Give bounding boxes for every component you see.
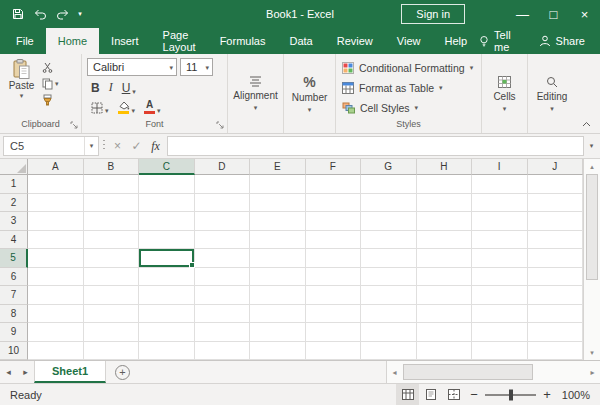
cell-H6[interactable] bbox=[417, 268, 473, 287]
cell-E1[interactable] bbox=[250, 175, 306, 194]
cell-H2[interactable] bbox=[417, 194, 473, 213]
row-header-7[interactable]: 7 bbox=[0, 286, 28, 305]
cell-H3[interactable] bbox=[417, 212, 473, 231]
row-header-2[interactable]: 2 bbox=[0, 194, 28, 213]
format-painter-button[interactable] bbox=[42, 93, 59, 106]
tab-data[interactable]: Data bbox=[277, 28, 324, 54]
italic-button[interactable]: I bbox=[109, 80, 113, 95]
cell-E7[interactable] bbox=[250, 286, 306, 305]
cell-J3[interactable] bbox=[528, 212, 584, 231]
horizontal-scrollbar[interactable]: ◂ ▸ bbox=[386, 361, 600, 383]
cell-B5[interactable] bbox=[84, 249, 140, 268]
zoom-slider-thumb[interactable] bbox=[509, 389, 513, 400]
cell-A4[interactable] bbox=[28, 231, 84, 250]
cell-H10[interactable] bbox=[417, 342, 473, 361]
cell-E5[interactable] bbox=[250, 249, 306, 268]
cell-D9[interactable] bbox=[195, 323, 251, 342]
cell-E4[interactable] bbox=[250, 231, 306, 250]
cell-I5[interactable] bbox=[472, 249, 528, 268]
cell-I9[interactable] bbox=[472, 323, 528, 342]
row-header-1[interactable]: 1 bbox=[0, 175, 28, 194]
cell-B9[interactable] bbox=[84, 323, 140, 342]
vertical-scroll-track[interactable] bbox=[584, 174, 600, 345]
font-size-select[interactable]: 11 ▾ bbox=[180, 58, 213, 76]
font-color-button[interactable]: A ▾ bbox=[144, 100, 161, 114]
cell-J9[interactable] bbox=[528, 323, 584, 342]
cut-button[interactable] bbox=[42, 61, 59, 74]
cell-H5[interactable] bbox=[417, 249, 473, 268]
cell-I1[interactable] bbox=[472, 175, 528, 194]
row-header-10[interactable]: 10 bbox=[0, 342, 28, 361]
cell-C6[interactable] bbox=[139, 268, 195, 287]
cell-G4[interactable] bbox=[361, 231, 417, 250]
cell-H1[interactable] bbox=[417, 175, 473, 194]
cell-A10[interactable] bbox=[28, 342, 84, 361]
cell-J7[interactable] bbox=[528, 286, 584, 305]
cell-J5[interactable] bbox=[528, 249, 584, 268]
cell-F7[interactable] bbox=[306, 286, 362, 305]
cell-B10[interactable] bbox=[84, 342, 140, 361]
scroll-down-icon[interactable]: ▾ bbox=[584, 345, 600, 360]
cell-D8[interactable] bbox=[195, 305, 251, 324]
cell-C8[interactable] bbox=[139, 305, 195, 324]
cell-F4[interactable] bbox=[306, 231, 362, 250]
cell-G8[interactable] bbox=[361, 305, 417, 324]
cell-H7[interactable] bbox=[417, 286, 473, 305]
tab-file[interactable]: File bbox=[4, 28, 46, 54]
cell-E10[interactable] bbox=[250, 342, 306, 361]
share-button[interactable]: Share bbox=[539, 35, 585, 47]
cell-G1[interactable] bbox=[361, 175, 417, 194]
font-family-select[interactable]: Calibri ▾ bbox=[87, 58, 177, 76]
column-header-C[interactable]: C bbox=[139, 159, 195, 175]
cell-J8[interactable] bbox=[528, 305, 584, 324]
tab-formulas[interactable]: Formulas bbox=[208, 28, 278, 54]
format-as-table-button[interactable]: Format as Table ▾ bbox=[342, 79, 477, 96]
column-header-H[interactable]: H bbox=[417, 159, 473, 175]
enter-icon[interactable]: ✓ bbox=[127, 136, 146, 156]
row-header-6[interactable]: 6 bbox=[0, 268, 28, 287]
cell-J10[interactable] bbox=[528, 342, 584, 361]
cell-G6[interactable] bbox=[361, 268, 417, 287]
cell-B8[interactable] bbox=[84, 305, 140, 324]
number-button[interactable]: % Number ▾ bbox=[284, 57, 335, 133]
sheet-nav-left-icon[interactable]: ◂ bbox=[0, 361, 17, 383]
scroll-up-icon[interactable]: ▴ bbox=[584, 159, 600, 174]
editing-button[interactable]: Editing ▾ bbox=[528, 57, 576, 133]
minimize-button[interactable]: — bbox=[507, 0, 538, 28]
tab-help[interactable]: Help bbox=[432, 28, 479, 54]
cancel-icon[interactable]: × bbox=[108, 136, 127, 156]
cell-C5[interactable] bbox=[139, 249, 195, 268]
cell-H9[interactable] bbox=[417, 323, 473, 342]
fill-color-button[interactable]: ▾ bbox=[118, 101, 136, 114]
cell-G9[interactable] bbox=[361, 323, 417, 342]
cell-styles-button[interactable]: Cell Styles ▾ bbox=[342, 99, 477, 116]
cell-C1[interactable] bbox=[139, 175, 195, 194]
collapse-ribbon-icon[interactable] bbox=[582, 121, 591, 127]
conditional-formatting-button[interactable]: Conditional Formatting ▾ bbox=[342, 59, 477, 76]
cell-A1[interactable] bbox=[28, 175, 84, 194]
cell-G3[interactable] bbox=[361, 212, 417, 231]
cell-J6[interactable] bbox=[528, 268, 584, 287]
cell-I2[interactable] bbox=[472, 194, 528, 213]
cell-I4[interactable] bbox=[472, 231, 528, 250]
row-header-4[interactable]: 4 bbox=[0, 231, 28, 250]
cell-B4[interactable] bbox=[84, 231, 140, 250]
cell-E2[interactable] bbox=[250, 194, 306, 213]
alignment-button[interactable]: Alignment ▾ bbox=[228, 57, 283, 133]
tab-review[interactable]: Review bbox=[325, 28, 385, 54]
copy-button[interactable]: ▾ bbox=[42, 77, 59, 90]
cell-A6[interactable] bbox=[28, 268, 84, 287]
cell-H8[interactable] bbox=[417, 305, 473, 324]
tab-page-layout[interactable]: Page Layout bbox=[151, 28, 208, 54]
cell-E9[interactable] bbox=[250, 323, 306, 342]
tab-view[interactable]: View bbox=[385, 28, 433, 54]
maximize-button[interactable]: □ bbox=[538, 0, 569, 28]
column-header-F[interactable]: F bbox=[306, 159, 362, 175]
clipboard-dialog-launcher-icon[interactable] bbox=[70, 121, 78, 129]
cell-I8[interactable] bbox=[472, 305, 528, 324]
zoom-in-button[interactable]: + bbox=[538, 387, 556, 402]
formula-input[interactable] bbox=[167, 136, 584, 156]
cell-B2[interactable] bbox=[84, 194, 140, 213]
new-sheet-button[interactable]: + bbox=[115, 365, 130, 380]
cell-I10[interactable] bbox=[472, 342, 528, 361]
